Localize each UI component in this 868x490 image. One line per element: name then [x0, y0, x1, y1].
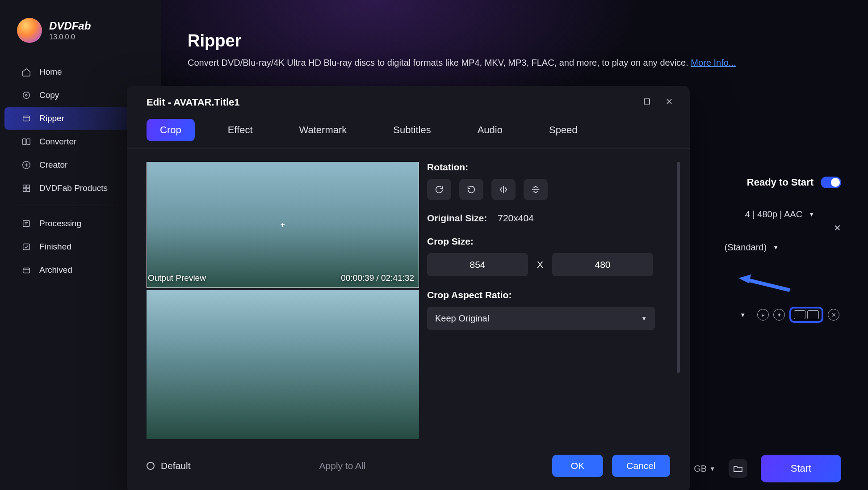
crop-width-input[interactable]	[427, 253, 528, 276]
svg-rect-14	[23, 268, 30, 273]
ok-button[interactable]: OK	[552, 455, 603, 477]
apply-to-all-button[interactable]: Apply to All	[319, 460, 366, 471]
output-folder-button[interactable]	[729, 459, 747, 478]
svg-rect-4	[23, 116, 30, 121]
chevron-down-icon[interactable]: ▼	[773, 244, 779, 251]
output-size-dropdown[interactable]: GB ▼	[694, 464, 715, 474]
cancel-small-button[interactable]: ✕	[828, 309, 839, 321]
page-description: Convert DVD/Blu-ray/4K Ultra HD Blu-ray …	[188, 58, 841, 68]
converter-icon	[21, 137, 31, 147]
crop-center-marker-icon: +	[281, 220, 285, 230]
brand-version: 13.0.0.0	[49, 33, 91, 41]
settings-scrollbar[interactable]	[677, 162, 680, 373]
tab-subtitles[interactable]: Subtitles	[380, 119, 444, 141]
processing-icon	[21, 219, 31, 228]
chevron-down-icon[interactable]: ▼	[809, 211, 814, 218]
svg-rect-15	[644, 99, 650, 104]
crop-size-label: Crop Size:	[427, 236, 665, 247]
rotate-counterclockwise-button[interactable]	[459, 179, 483, 200]
tab-watermark[interactable]: Watermark	[286, 119, 361, 141]
sidebar-item-label: Finished	[39, 242, 71, 252]
sidebar-item-home[interactable]: Home	[4, 61, 155, 83]
aspect-ratio-label: Crop Aspect Ratio:	[427, 290, 665, 300]
preset-text: (Standard)	[725, 242, 767, 253]
tab-crop[interactable]: Crop	[147, 119, 195, 141]
start-button[interactable]: Start	[761, 455, 841, 482]
rotate-clockwise-button[interactable]	[427, 179, 451, 200]
sidebar-item-label: Converter	[39, 137, 76, 147]
sidebar-separator	[17, 206, 144, 206]
default-label: Default	[161, 460, 191, 471]
ready-label: Ready to Start	[747, 177, 813, 188]
svg-rect-5	[23, 139, 26, 145]
preview-time: 00:00:39 / 02:41:32	[341, 273, 414, 283]
ready-toggle[interactable]	[821, 177, 841, 188]
modal-maximize-button[interactable]	[642, 97, 651, 108]
svg-rect-13	[23, 244, 30, 250]
copy-icon	[21, 90, 31, 100]
crop-height-input[interactable]	[552, 253, 653, 276]
flip-horizontal-button[interactable]	[491, 179, 516, 200]
flip-vertical-button[interactable]	[524, 179, 548, 200]
rotation-label: Rotation:	[427, 162, 665, 173]
modal-title: Edit - AVATAR.Title1	[147, 97, 240, 108]
tab-audio[interactable]: Audio	[464, 119, 516, 141]
chevron-down-icon: ▼	[709, 465, 715, 472]
sidebar-item-label: Home	[39, 67, 62, 77]
svg-rect-9	[27, 185, 29, 188]
edit-crop-button[interactable]	[807, 310, 819, 319]
original-size-value: 720x404	[498, 213, 534, 224]
svg-point-3	[25, 94, 27, 96]
page-title: Ripper	[188, 31, 841, 51]
edit-modal: Edit - AVATAR.Title1 Crop Effect Waterma…	[127, 86, 690, 490]
page-description-text: Convert DVD/Blu-ray/4K Ultra HD Blu-ray …	[188, 58, 688, 68]
original-size-label: Original Size:	[427, 213, 487, 224]
sidebar-item-label: Archived	[39, 265, 72, 275]
play-button[interactable]: ▸	[757, 309, 769, 321]
home-icon	[21, 67, 31, 77]
modal-close-button[interactable]	[665, 97, 674, 108]
chevron-down-icon[interactable]: ▼	[740, 312, 746, 318]
sidebar-item-label: Creator	[39, 160, 67, 170]
more-info-link[interactable]: More Info...	[691, 58, 736, 68]
sidebar-item-label: DVDFab Products	[39, 183, 108, 193]
archived-icon	[21, 265, 31, 275]
settings-small-button[interactable]: ✦	[773, 309, 785, 321]
brand-name: DVDFab	[49, 20, 91, 32]
svg-rect-8	[23, 185, 26, 188]
highlighted-edit-buttons	[789, 307, 823, 323]
default-radio[interactable]	[147, 462, 155, 470]
sidebar-item-label: Processing	[39, 219, 81, 228]
finished-icon	[21, 242, 31, 252]
tab-effect[interactable]: Effect	[214, 119, 266, 141]
svg-rect-11	[27, 189, 29, 191]
svg-rect-6	[27, 139, 30, 145]
aspect-ratio-value: Keep Original	[435, 313, 489, 324]
modal-tabs: Crop Effect Watermark Subtitles Audio Sp…	[127, 108, 690, 149]
svg-point-2	[23, 92, 30, 99]
output-preview[interactable]: + Output Preview 00:00:39 / 02:41:32	[147, 162, 419, 288]
sidebar-item-label: Ripper	[39, 114, 64, 123]
edit-video-button[interactable]	[794, 310, 805, 319]
profile-text: 4 | 480p | AAC	[745, 209, 802, 220]
creator-icon	[21, 160, 31, 170]
chevron-down-icon: ▼	[641, 315, 647, 322]
sidebar-item-label: Copy	[39, 90, 59, 100]
source-preview[interactable]	[147, 290, 419, 439]
x-separator: X	[537, 259, 543, 270]
aspect-ratio-select[interactable]: Keep Original ▼	[427, 307, 655, 330]
brand: DVDFab 13.0.0.0	[0, 13, 161, 57]
size-unit-label: GB	[694, 464, 707, 474]
tab-speed[interactable]: Speed	[536, 119, 591, 141]
preview-label: Output Preview	[148, 273, 206, 283]
cancel-button[interactable]: Cancel	[612, 455, 670, 477]
ripper-icon	[21, 114, 31, 123]
products-icon	[21, 183, 31, 193]
annotation-arrow-icon	[738, 275, 792, 292]
remove-task-button[interactable]: ✕	[834, 223, 841, 233]
brand-logo-icon	[17, 18, 42, 43]
svg-rect-10	[23, 189, 26, 191]
svg-rect-12	[23, 221, 30, 227]
